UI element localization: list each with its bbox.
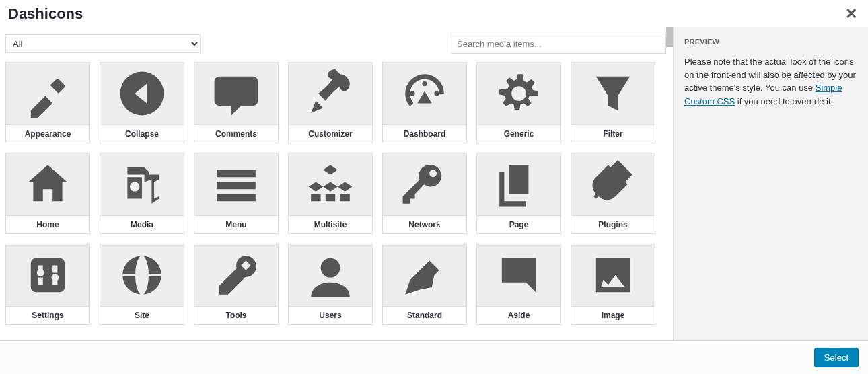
image-icon [571,244,655,306]
icon-label: Generic [477,124,560,143]
icon-label: Media [100,215,184,233]
filter-select[interactable]: All [5,34,201,53]
icon-label: Customizer [289,124,372,143]
icon-item-filter[interactable]: Filter [571,62,655,143]
icon-item-media[interactable]: Media [100,153,184,234]
search-input[interactable] [451,34,666,54]
icon-label: Users [289,306,372,324]
close-icon[interactable]: ✕ [842,5,860,23]
select-button[interactable]: Select [814,348,859,367]
svg-rect-1 [31,258,65,292]
media-icon [100,153,184,215]
icon-label: Appearance [6,124,89,143]
icon-label: Settings [6,306,89,324]
appearance-icon [6,63,89,124]
icon-label: Page [477,215,560,233]
icon-item-standard[interactable]: Standard [382,244,467,325]
menu-icon [194,153,278,215]
icon-item-tools[interactable]: Tools [194,244,279,325]
icon-item-appearance[interactable]: Appearance [5,62,90,143]
icon-item-site[interactable]: Site [100,244,184,325]
page-title: Dashicons [8,5,83,23]
icon-item-dashboard[interactable]: Dashboard [382,62,467,143]
icon-label: Site [100,306,184,324]
settings-icon [6,244,89,306]
icon-item-network[interactable]: Network [382,153,467,234]
icon-label: Tools [194,306,278,324]
icon-label: Network [383,215,466,233]
svg-point-3 [51,274,59,281]
icon-label: Image [571,306,655,324]
generic-icon [477,63,560,124]
aside-icon [477,244,560,306]
icon-item-multisite[interactable]: Multisite [288,153,373,234]
icon-item-image[interactable]: Image [571,244,655,325]
svg-point-5 [321,258,340,278]
plugins-icon [571,153,655,215]
icon-label: Dashboard [383,124,466,143]
tools-icon [194,244,278,306]
network-icon [383,153,466,215]
filter-icon [571,63,655,124]
icon-label: Multisite [289,215,372,233]
icon-item-collapse[interactable]: Collapse [100,62,184,143]
customizer-icon [289,63,372,124]
icon-item-home[interactable]: Home [5,153,90,234]
multisite-icon [289,153,372,215]
icon-item-users[interactable]: Users [288,244,373,325]
icon-label: Plugins [571,215,655,233]
sidebar-heading: PREVIEW [684,38,857,46]
preview-sidebar: PREVIEW Please note that the actual look… [673,27,868,340]
icon-item-aside[interactable]: Aside [476,244,561,325]
icon-label: Menu [194,215,278,233]
icon-item-comments[interactable]: Comments [194,62,279,143]
site-icon [100,244,184,306]
icon-item-plugins[interactable]: Plugins [571,153,655,234]
icon-label: Filter [571,124,655,143]
home-icon [6,153,89,215]
sidebar-text: Please note that the actual look of the … [684,55,857,108]
icon-item-menu[interactable]: Menu [194,153,279,234]
page-icon [477,153,560,215]
users-icon [289,244,372,306]
icon-label: Collapse [100,124,184,143]
icon-item-generic[interactable]: Generic [476,62,561,143]
icon-label: Home [6,215,89,233]
icon-label: Standard [383,306,466,324]
comments-icon [194,63,278,124]
collapse-icon [100,63,184,124]
icon-item-settings[interactable]: Settings [5,244,90,325]
standard-icon [383,244,466,306]
icon-item-customizer[interactable]: Customizer [288,62,373,143]
svg-point-2 [37,269,44,276]
icon-label: Aside [477,306,560,324]
dashboard-icon [383,63,466,124]
icon-item-page[interactable]: Page [476,153,561,234]
icon-label: Comments [194,124,278,143]
